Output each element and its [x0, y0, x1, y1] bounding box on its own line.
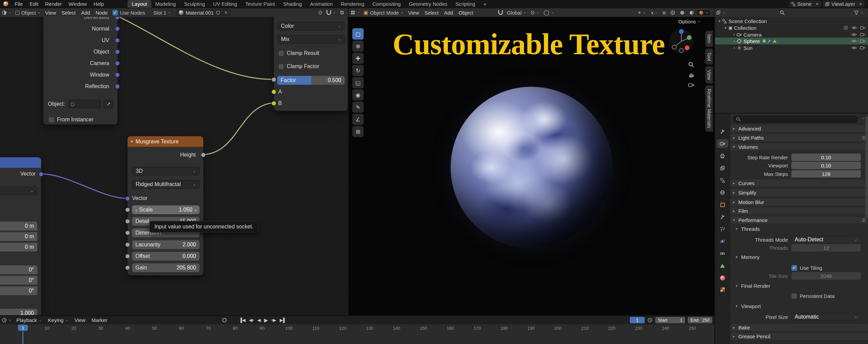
decrease-arrow-icon[interactable]: ‹ [135, 207, 137, 213]
timeline-menu-view[interactable]: View [71, 317, 88, 323]
gizmo-neg-z-dot[interactable] [679, 48, 684, 53]
panel-simplify[interactable]: Simplify [730, 189, 868, 197]
node-menu-node[interactable]: Node [93, 10, 111, 16]
socket-window[interactable] [115, 73, 120, 77]
scene-selector[interactable]: Scene ✕ [789, 1, 822, 7]
threads-mode-dropdown[interactable]: Auto-Detect [791, 236, 861, 243]
tool-select-box[interactable]: ▢ [352, 28, 364, 40]
use-tiling-checkbox[interactable] [791, 265, 797, 271]
tab-compositing[interactable]: Compositing [369, 0, 405, 8]
shading-solid-icon[interactable] [678, 10, 686, 15]
panel-viewport[interactable]: Viewport [730, 302, 868, 310]
snapping-magnet-icon[interactable] [325, 10, 338, 15]
rendered-text-object[interactable]: Customizable Texture [369, 27, 688, 61]
viewport-zoom-icon[interactable] [687, 60, 696, 69]
clamp-factor-checkbox[interactable] [278, 64, 284, 69]
end-frame-input[interactable]: End250 [688, 317, 712, 323]
shader-context-object[interactable]: ▢Object [13, 9, 42, 16]
shading-wireframe-icon[interactable] [668, 10, 677, 15]
tab-material[interactable] [717, 274, 728, 282]
use-nodes-toggle[interactable]: Use Nodes [111, 10, 147, 16]
add-workspace-button[interactable]: + [479, 0, 491, 8]
socket-dimension-input[interactable] [125, 230, 130, 235]
tool-move[interactable]: ✚ [352, 53, 364, 64]
clamp-result-row[interactable]: Clamp Result [278, 49, 344, 57]
tool-rotate[interactable]: ↻ [352, 65, 364, 76]
outliner-row-collection[interactable]: ▾ ▣ Collection [715, 24, 868, 31]
outliner-row-camera[interactable]: • Camera [715, 31, 868, 38]
location-y-field[interactable]: 0 m [0, 232, 37, 241]
toggle-xray-icon[interactable]: ⧈ [661, 9, 667, 16]
tab-modifiers[interactable] [717, 213, 728, 221]
material-selector[interactable]: Material.001 ✕ [176, 9, 230, 16]
offset-slider[interactable]: Offset 0.000 [132, 252, 200, 261]
tab-sculpting[interactable]: Sculpting [180, 0, 209, 8]
hide-eye-icon[interactable] [851, 45, 857, 50]
mode-selector[interactable]: ▣Object Mode [362, 9, 405, 16]
navigation-gizmo[interactable] [669, 29, 694, 54]
musgrave-type-dropdown[interactable]: Ridged Multifractal [132, 180, 200, 189]
mesh-green-triangle-icon[interactable] [773, 39, 777, 43]
editor-type-viewport-icon[interactable] [349, 10, 362, 15]
socket-camera[interactable] [115, 61, 120, 66]
eyedropper-button[interactable] [103, 100, 114, 108]
collapse-chevron-icon[interactable]: ▾ [131, 139, 133, 144]
from-instancer-checkbox[interactable] [49, 117, 54, 123]
socket-generated[interactable] [115, 17, 120, 20]
next-keyframe-button[interactable]: ▪▶ [271, 318, 277, 323]
sidebar-tab-tool[interactable]: Tool [705, 48, 713, 65]
panel-volumes[interactable]: Volumes [730, 143, 868, 151]
node-musgrave-texture[interactable]: ▾ Musgrave Texture Height 3D Ridged Mult… [127, 136, 204, 276]
node-menu-view[interactable]: View [42, 10, 59, 16]
viewport-pan-hand-icon[interactable] [687, 70, 696, 79]
timeline-menu-keying[interactable]: Keying [45, 317, 71, 323]
socket-vector-input[interactable] [125, 196, 130, 201]
tab-uv-editing[interactable]: UV Editing [209, 0, 241, 8]
menu-window[interactable]: Window [65, 0, 90, 8]
viewlayer-selector[interactable]: ViewLayer ✕ [823, 1, 865, 7]
outliner[interactable]: ▾ Scene Collection ▾ ▣ Collection • Came… [715, 17, 868, 114]
tab-render[interactable] [717, 139, 728, 148]
menu-file[interactable]: File [11, 0, 26, 8]
rotation-z-field[interactable]: 0° [0, 286, 37, 295]
editor-type-timeline-icon[interactable] [0, 318, 13, 323]
mix-blend-mode-dropdown[interactable]: Mix [277, 35, 345, 44]
panel-motion-blur[interactable]: Motion Blur [730, 199, 868, 206]
transform-orientation-selector[interactable]: Global [505, 10, 528, 16]
socket-b-input[interactable] [271, 101, 276, 106]
gizmo-neg-x-dot[interactable] [672, 45, 677, 49]
panel-light-paths[interactable]: Light Paths☰ [730, 134, 868, 142]
socket-uv[interactable] [115, 38, 120, 43]
vp-menu-view[interactable]: View [405, 10, 422, 16]
jump-to-start-button[interactable]: ▐◀ [239, 318, 245, 323]
proportional-edit-icon[interactable]: ◯ [542, 9, 556, 16]
musgrave-dimensions-dropdown[interactable]: 3D [132, 167, 200, 176]
use-nodes-checkbox[interactable] [112, 10, 118, 16]
tab-modeling[interactable]: Modeling [151, 0, 180, 8]
properties-scrollbar[interactable] [866, 116, 868, 218]
gain-slider[interactable]: Gain 205.800 [132, 263, 200, 272]
menu-edit[interactable]: Edit [26, 0, 42, 8]
outliner-row-scene-collection[interactable]: ▾ Scene Collection [715, 18, 868, 24]
disclosure-icon[interactable]: ▾ [723, 26, 728, 30]
modifier-wrench-icon[interactable] [767, 39, 771, 43]
prev-keyframe-button[interactable]: ◀▪ [249, 318, 254, 323]
panel-curves[interactable]: Curves [730, 180, 868, 187]
exclude-checkbox[interactable] [844, 25, 848, 30]
panel-grease-pencil[interactable]: Grease Pencil [730, 333, 868, 340]
tool-transform[interactable]: ◉ [352, 89, 364, 101]
node-menu-add[interactable]: Add [78, 10, 93, 16]
socket-a-input[interactable] [271, 89, 276, 94]
disable-render-camera-icon[interactable] [860, 25, 865, 31]
play-button[interactable]: ▶ [264, 317, 268, 323]
blender-logo-icon[interactable] [3, 1, 8, 6]
factor-slider[interactable]: Factor 0.500 [277, 76, 345, 85]
tool-cursor[interactable]: ⊕ [352, 40, 364, 52]
mapping-node-header[interactable] [0, 157, 41, 168]
viewport-camera-view-icon[interactable] [687, 81, 696, 89]
overlays-icon[interactable]: ⧉ [338, 9, 345, 16]
pivot-point-selector[interactable]: ⊙ [529, 9, 541, 16]
current-frame-input[interactable]: 1 [630, 317, 645, 323]
tab-object-data[interactable] [717, 261, 728, 270]
pin-icon[interactable]: ⊙ [316, 9, 324, 16]
